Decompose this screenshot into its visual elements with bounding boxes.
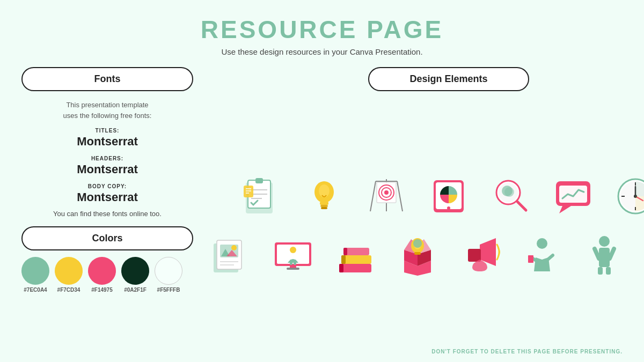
svg-rect-13 (321, 207, 327, 209)
icons-grid (204, 100, 644, 351)
icons-row-1 (204, 169, 644, 223)
svg-line-31 (517, 202, 526, 210)
swatch-1: #7EC0A4 (21, 257, 49, 293)
svg-rect-70 (468, 249, 481, 262)
magnify-brain-icon (484, 169, 538, 223)
svg-rect-66 (414, 252, 421, 255)
design-elements-header-box: Design Elements (368, 67, 529, 91)
svg-line-18 (397, 181, 402, 211)
titles-font-entry: TITLES: Montserrat (27, 125, 188, 149)
colors-title: Colors (92, 233, 122, 243)
svg-point-71 (537, 238, 547, 249)
design-elements-title: Design Elements (409, 73, 487, 84)
colors-swatches: #7EC0A4 #F7CD34 #F14975 #0A2F1F (21, 257, 193, 293)
svg-point-49 (231, 245, 237, 250)
svg-rect-11 (320, 202, 328, 205)
target-easel-icon (360, 169, 413, 223)
swatch-circle-2 (55, 257, 83, 285)
lightbulb-icon (297, 169, 351, 223)
swatch-circle-1 (21, 257, 49, 285)
svg-rect-34 (559, 186, 587, 203)
chat-chart-icon (546, 169, 600, 223)
left-panel: Fonts This presentation template uses th… (21, 67, 193, 351)
books-stack-icon (328, 228, 382, 282)
monitor-icon (266, 228, 320, 282)
svg-point-25 (447, 206, 450, 210)
swatch-label-3: #F14975 (91, 287, 112, 293)
fonts-body: This presentation template uses the foll… (21, 98, 193, 218)
svg-rect-61 (341, 255, 371, 264)
swatch-5: #F5FFFB (155, 257, 182, 293)
svg-rect-64 (343, 248, 347, 255)
footer-note: DON'T FORGET TO DELETE THIS PAGE BEFORE … (431, 349, 623, 354)
page-container: RESOURCE PAGE Use these design resources… (0, 0, 644, 362)
swatch-label-2: #F7CD34 (57, 287, 80, 293)
person1-silhouette-icon (515, 228, 569, 282)
svg-point-68 (413, 239, 422, 248)
clipboard-icon (235, 169, 289, 223)
fonts-header-box: Fonts (21, 67, 193, 91)
body-font-name: Montserrat (27, 190, 188, 204)
fonts-title: Fonts (94, 73, 121, 84)
titles-label: TITLES: (96, 128, 120, 134)
icons-row-2 (204, 228, 644, 282)
svg-rect-78 (606, 267, 611, 275)
swatch-2: #F7CD34 (55, 257, 83, 293)
svg-rect-58 (287, 268, 299, 270)
header-section: RESOURCE PAGE Use these design resources… (201, 15, 443, 56)
main-content: Fonts This presentation template uses th… (21, 67, 623, 351)
svg-point-30 (504, 187, 514, 197)
svg-rect-6 (244, 186, 253, 197)
clock-icon (609, 169, 644, 223)
right-panel: Design Elements (204, 67, 644, 351)
photo-document-icon (204, 228, 258, 282)
page-title: RESOURCE PAGE (201, 15, 443, 44)
svg-rect-62 (341, 255, 346, 264)
swatch-3: #F14975 (88, 257, 116, 293)
svg-rect-63 (343, 248, 369, 255)
headers-font-entry: HEADERS: Montserrat (27, 153, 188, 176)
swatch-label-4: #0A2F1F (124, 287, 147, 293)
idea-box-icon (391, 228, 444, 282)
svg-line-17 (370, 181, 376, 211)
svg-line-79 (595, 249, 599, 258)
svg-point-75 (599, 236, 610, 247)
swatch-circle-5 (155, 257, 182, 285)
headers-label: HEADERS: (91, 156, 123, 161)
person3-silhouette-icon (640, 228, 644, 282)
swatch-label-1: #7EC0A4 (24, 287, 47, 293)
svg-rect-77 (598, 267, 603, 275)
megaphone-icon (453, 228, 507, 282)
body-font-entry: BODY COPY: Montserrat (27, 181, 188, 204)
fonts-note: You can find these fonts online too. (27, 210, 188, 218)
svg-rect-55 (290, 260, 292, 265)
colors-header-box: Colors (21, 226, 193, 250)
svg-point-22 (384, 190, 389, 195)
colors-section: Colors #7EC0A4 #F7CD34 #F14975 (21, 226, 193, 293)
headers-font-name: Montserrat (27, 162, 188, 176)
svg-rect-12 (320, 205, 328, 207)
swatch-circle-3 (88, 257, 116, 285)
svg-marker-33 (559, 206, 571, 213)
svg-rect-2 (255, 178, 263, 183)
svg-point-14 (319, 184, 330, 197)
svg-rect-56 (294, 260, 296, 265)
person2-silhouette-icon (577, 228, 631, 282)
svg-line-80 (610, 249, 614, 258)
swatch-circle-4 (121, 257, 149, 285)
svg-rect-74 (528, 255, 533, 263)
page-subtitle: Use these design resources in your Canva… (201, 47, 443, 56)
svg-point-54 (290, 247, 296, 253)
titles-font-name: Montserrat (27, 135, 188, 149)
svg-rect-59 (339, 264, 371, 272)
body-label: BODY COPY: (88, 183, 127, 189)
fonts-description: This presentation template uses the foll… (27, 100, 188, 121)
svg-rect-60 (339, 264, 343, 272)
swatch-4: #0A2F1F (121, 257, 149, 293)
swatch-label-5: #F5FFFB (157, 287, 180, 293)
tablet-chart-icon (422, 169, 475, 223)
